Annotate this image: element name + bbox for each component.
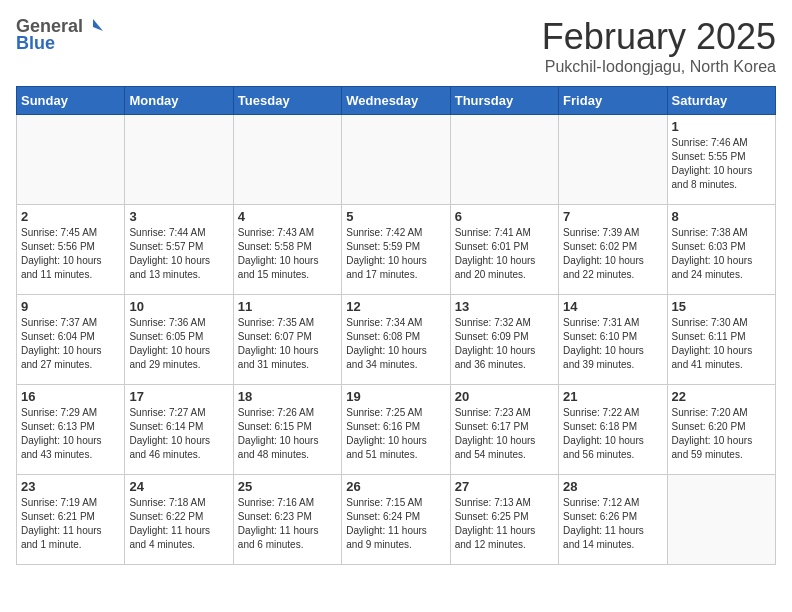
day-number: 15 bbox=[672, 299, 771, 314]
day-info: Sunrise: 7:36 AM Sunset: 6:05 PM Dayligh… bbox=[129, 317, 210, 370]
title-section: February 2025 Pukchil-Iodongjagu, North … bbox=[542, 16, 776, 76]
weekday-header: Friday bbox=[559, 87, 667, 115]
day-info: Sunrise: 7:29 AM Sunset: 6:13 PM Dayligh… bbox=[21, 407, 102, 460]
calendar-day-cell bbox=[450, 115, 558, 205]
calendar-day-cell: 13Sunrise: 7:32 AM Sunset: 6:09 PM Dayli… bbox=[450, 295, 558, 385]
calendar-day-cell: 21Sunrise: 7:22 AM Sunset: 6:18 PM Dayli… bbox=[559, 385, 667, 475]
day-number: 19 bbox=[346, 389, 445, 404]
day-number: 8 bbox=[672, 209, 771, 224]
day-number: 2 bbox=[21, 209, 120, 224]
day-number: 5 bbox=[346, 209, 445, 224]
day-info: Sunrise: 7:45 AM Sunset: 5:56 PM Dayligh… bbox=[21, 227, 102, 280]
day-number: 26 bbox=[346, 479, 445, 494]
day-info: Sunrise: 7:25 AM Sunset: 6:16 PM Dayligh… bbox=[346, 407, 427, 460]
day-info: Sunrise: 7:15 AM Sunset: 6:24 PM Dayligh… bbox=[346, 497, 427, 550]
day-number: 16 bbox=[21, 389, 120, 404]
calendar-day-cell: 16Sunrise: 7:29 AM Sunset: 6:13 PM Dayli… bbox=[17, 385, 125, 475]
day-info: Sunrise: 7:12 AM Sunset: 6:26 PM Dayligh… bbox=[563, 497, 644, 550]
calendar-day-cell bbox=[342, 115, 450, 205]
day-number: 25 bbox=[238, 479, 337, 494]
day-number: 7 bbox=[563, 209, 662, 224]
day-info: Sunrise: 7:31 AM Sunset: 6:10 PM Dayligh… bbox=[563, 317, 644, 370]
day-info: Sunrise: 7:43 AM Sunset: 5:58 PM Dayligh… bbox=[238, 227, 319, 280]
calendar-day-cell bbox=[233, 115, 341, 205]
day-number: 23 bbox=[21, 479, 120, 494]
calendar-day-cell: 20Sunrise: 7:23 AM Sunset: 6:17 PM Dayli… bbox=[450, 385, 558, 475]
day-info: Sunrise: 7:18 AM Sunset: 6:22 PM Dayligh… bbox=[129, 497, 210, 550]
calendar-day-cell: 6Sunrise: 7:41 AM Sunset: 6:01 PM Daylig… bbox=[450, 205, 558, 295]
calendar-day-cell: 27Sunrise: 7:13 AM Sunset: 6:25 PM Dayli… bbox=[450, 475, 558, 565]
calendar-day-cell: 18Sunrise: 7:26 AM Sunset: 6:15 PM Dayli… bbox=[233, 385, 341, 475]
calendar-day-cell: 25Sunrise: 7:16 AM Sunset: 6:23 PM Dayli… bbox=[233, 475, 341, 565]
calendar-day-cell: 12Sunrise: 7:34 AM Sunset: 6:08 PM Dayli… bbox=[342, 295, 450, 385]
day-info: Sunrise: 7:32 AM Sunset: 6:09 PM Dayligh… bbox=[455, 317, 536, 370]
day-number: 4 bbox=[238, 209, 337, 224]
day-number: 20 bbox=[455, 389, 554, 404]
day-info: Sunrise: 7:22 AM Sunset: 6:18 PM Dayligh… bbox=[563, 407, 644, 460]
calendar-table: SundayMondayTuesdayWednesdayThursdayFrid… bbox=[16, 86, 776, 565]
calendar-day-cell: 3Sunrise: 7:44 AM Sunset: 5:57 PM Daylig… bbox=[125, 205, 233, 295]
day-info: Sunrise: 7:42 AM Sunset: 5:59 PM Dayligh… bbox=[346, 227, 427, 280]
calendar-day-cell: 5Sunrise: 7:42 AM Sunset: 5:59 PM Daylig… bbox=[342, 205, 450, 295]
logo-bird-icon bbox=[83, 17, 103, 37]
day-number: 12 bbox=[346, 299, 445, 314]
day-number: 13 bbox=[455, 299, 554, 314]
calendar-day-cell: 1Sunrise: 7:46 AM Sunset: 5:55 PM Daylig… bbox=[667, 115, 775, 205]
day-number: 1 bbox=[672, 119, 771, 134]
calendar-day-cell bbox=[125, 115, 233, 205]
day-info: Sunrise: 7:26 AM Sunset: 6:15 PM Dayligh… bbox=[238, 407, 319, 460]
weekday-header: Saturday bbox=[667, 87, 775, 115]
calendar-day-cell bbox=[559, 115, 667, 205]
calendar-day-cell: 22Sunrise: 7:20 AM Sunset: 6:20 PM Dayli… bbox=[667, 385, 775, 475]
day-number: 22 bbox=[672, 389, 771, 404]
page-header: General Blue February 2025 Pukchil-Iodon… bbox=[16, 16, 776, 76]
day-info: Sunrise: 7:44 AM Sunset: 5:57 PM Dayligh… bbox=[129, 227, 210, 280]
weekday-header: Wednesday bbox=[342, 87, 450, 115]
day-info: Sunrise: 7:30 AM Sunset: 6:11 PM Dayligh… bbox=[672, 317, 753, 370]
day-info: Sunrise: 7:35 AM Sunset: 6:07 PM Dayligh… bbox=[238, 317, 319, 370]
day-number: 27 bbox=[455, 479, 554, 494]
calendar-day-cell: 17Sunrise: 7:27 AM Sunset: 6:14 PM Dayli… bbox=[125, 385, 233, 475]
calendar-day-cell: 23Sunrise: 7:19 AM Sunset: 6:21 PM Dayli… bbox=[17, 475, 125, 565]
day-number: 10 bbox=[129, 299, 228, 314]
day-number: 28 bbox=[563, 479, 662, 494]
weekday-header: Monday bbox=[125, 87, 233, 115]
day-info: Sunrise: 7:38 AM Sunset: 6:03 PM Dayligh… bbox=[672, 227, 753, 280]
calendar-day-cell: 7Sunrise: 7:39 AM Sunset: 6:02 PM Daylig… bbox=[559, 205, 667, 295]
calendar-day-cell bbox=[667, 475, 775, 565]
day-info: Sunrise: 7:37 AM Sunset: 6:04 PM Dayligh… bbox=[21, 317, 102, 370]
day-number: 21 bbox=[563, 389, 662, 404]
calendar-day-cell: 8Sunrise: 7:38 AM Sunset: 6:03 PM Daylig… bbox=[667, 205, 775, 295]
svg-marker-0 bbox=[93, 19, 103, 31]
calendar-day-cell: 2Sunrise: 7:45 AM Sunset: 5:56 PM Daylig… bbox=[17, 205, 125, 295]
weekday-header: Sunday bbox=[17, 87, 125, 115]
calendar-day-cell: 14Sunrise: 7:31 AM Sunset: 6:10 PM Dayli… bbox=[559, 295, 667, 385]
day-info: Sunrise: 7:16 AM Sunset: 6:23 PM Dayligh… bbox=[238, 497, 319, 550]
day-info: Sunrise: 7:39 AM Sunset: 6:02 PM Dayligh… bbox=[563, 227, 644, 280]
day-number: 18 bbox=[238, 389, 337, 404]
logo-text-blue: Blue bbox=[16, 33, 55, 54]
day-info: Sunrise: 7:46 AM Sunset: 5:55 PM Dayligh… bbox=[672, 137, 753, 190]
calendar-day-cell: 11Sunrise: 7:35 AM Sunset: 6:07 PM Dayli… bbox=[233, 295, 341, 385]
day-number: 11 bbox=[238, 299, 337, 314]
day-number: 6 bbox=[455, 209, 554, 224]
calendar-day-cell: 4Sunrise: 7:43 AM Sunset: 5:58 PM Daylig… bbox=[233, 205, 341, 295]
calendar-day-cell: 28Sunrise: 7:12 AM Sunset: 6:26 PM Dayli… bbox=[559, 475, 667, 565]
day-number: 3 bbox=[129, 209, 228, 224]
weekday-header: Thursday bbox=[450, 87, 558, 115]
day-info: Sunrise: 7:41 AM Sunset: 6:01 PM Dayligh… bbox=[455, 227, 536, 280]
calendar-day-cell: 24Sunrise: 7:18 AM Sunset: 6:22 PM Dayli… bbox=[125, 475, 233, 565]
day-number: 9 bbox=[21, 299, 120, 314]
day-info: Sunrise: 7:13 AM Sunset: 6:25 PM Dayligh… bbox=[455, 497, 536, 550]
calendar-week-row: 2Sunrise: 7:45 AM Sunset: 5:56 PM Daylig… bbox=[17, 205, 776, 295]
day-info: Sunrise: 7:27 AM Sunset: 6:14 PM Dayligh… bbox=[129, 407, 210, 460]
location: Pukchil-Iodongjagu, North Korea bbox=[542, 58, 776, 76]
day-number: 14 bbox=[563, 299, 662, 314]
logo: General Blue bbox=[16, 16, 103, 54]
day-number: 17 bbox=[129, 389, 228, 404]
calendar-week-row: 23Sunrise: 7:19 AM Sunset: 6:21 PM Dayli… bbox=[17, 475, 776, 565]
day-info: Sunrise: 7:34 AM Sunset: 6:08 PM Dayligh… bbox=[346, 317, 427, 370]
calendar-day-cell: 10Sunrise: 7:36 AM Sunset: 6:05 PM Dayli… bbox=[125, 295, 233, 385]
calendar-week-row: 9Sunrise: 7:37 AM Sunset: 6:04 PM Daylig… bbox=[17, 295, 776, 385]
month-title: February 2025 bbox=[542, 16, 776, 58]
